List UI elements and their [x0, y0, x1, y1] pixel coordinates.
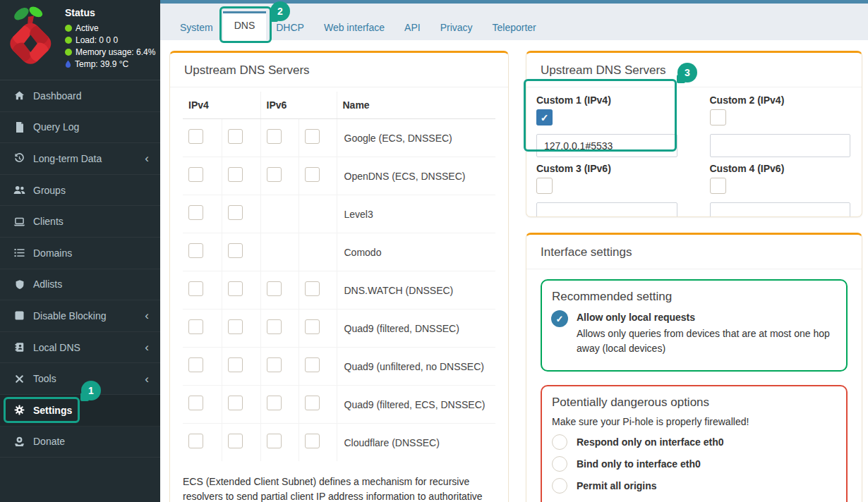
sidebar-item-adlists[interactable]: Adlists — [0, 269, 160, 301]
option-label: Respond only on interface eth0 — [577, 436, 723, 448]
tab-dns[interactable]: DNS — [223, 11, 267, 40]
ipv6-checkbox[interactable] — [267, 167, 282, 182]
ipv6-checkbox[interactable] — [267, 357, 282, 372]
status-temp: Temp: 39.9 °C — [65, 59, 157, 69]
ipv4-checkbox[interactable] — [188, 357, 203, 372]
ipv6-checkbox[interactable] — [267, 129, 282, 144]
settings-tabbar: System DNS DHCP Web interface API Privac… — [160, 4, 868, 40]
ipv6-checkbox[interactable] — [267, 434, 282, 448]
ipv4-checkbox[interactable] — [188, 396, 203, 410]
option-label: Allow only local requests — [577, 310, 836, 323]
annotation-step-1-badge: 1 — [81, 381, 101, 400]
ipv6-checkbox[interactable] — [305, 129, 320, 144]
ipv6-checkbox[interactable] — [305, 396, 320, 410]
ipv4-checkbox[interactable] — [228, 243, 243, 258]
ipv6-checkbox[interactable] — [305, 434, 320, 448]
option-allow-local-requests: ✓ Allow only local requests Allows only … — [552, 310, 836, 356]
main-content: System DNS DHCP Web interface API Privac… — [160, 0, 868, 502]
shield-icon — [13, 279, 25, 290]
ipv4-checkbox[interactable] — [228, 281, 243, 296]
sidebar-item-local-dns[interactable]: Local DNS ‹ — [0, 332, 160, 364]
tab-web-interface[interactable]: Web interface — [314, 15, 394, 40]
respond-eth0-radio[interactable] — [552, 434, 567, 450]
custom4-input[interactable] — [710, 202, 851, 217]
table-row: DNS.WATCH (DNSSEC) — [183, 271, 495, 310]
tab-api[interactable]: API — [394, 15, 430, 40]
custom2-checkbox[interactable]: ✓ — [710, 109, 726, 126]
ipv6-checkbox[interactable] — [305, 281, 320, 296]
check-icon: ✓ — [551, 310, 568, 327]
annotation-step-3-badge: 3 — [677, 63, 697, 82]
ipv6-checkbox[interactable] — [267, 396, 282, 410]
sidebar: Status Active Load: 0 0 0 Memory usage: … — [0, 0, 160, 502]
status-memory: Memory usage: 6.4% — [65, 47, 157, 57]
ipv4-checkbox[interactable] — [228, 396, 243, 410]
server-name: Cloudflare (DNSSEC) — [337, 424, 495, 462]
ipv6-checkbox[interactable] — [305, 167, 320, 182]
donate-icon — [13, 436, 25, 447]
ipv4-checkbox[interactable] — [228, 319, 243, 334]
ipv6-checkbox[interactable] — [305, 357, 320, 372]
server-name: Comodo — [337, 233, 495, 271]
column-header-ipv4: IPv4 — [183, 92, 260, 119]
tab-system[interactable]: System — [170, 15, 223, 40]
tab-privacy[interactable]: Privacy — [430, 15, 483, 40]
status-dot-icon — [65, 25, 72, 32]
ipv4-checkbox[interactable] — [188, 167, 203, 182]
permit-all-origins-radio[interactable] — [552, 478, 567, 494]
ipv6-checkbox[interactable] — [267, 319, 282, 334]
chevron-left-icon: ‹ — [145, 341, 149, 353]
custom2-input[interactable] — [710, 134, 851, 157]
sidebar-item-query-log[interactable]: Query Log — [0, 112, 160, 144]
custom1-checkbox[interactable]: ✓ — [536, 109, 553, 126]
status-dot-icon — [65, 49, 72, 56]
ipv4-checkbox[interactable] — [228, 129, 243, 144]
sidebar-item-dashboard[interactable]: Dashboard — [0, 80, 160, 112]
table-row: Quad9 (unfiltered, no DNSSEC) — [183, 348, 495, 386]
custom3-input[interactable] — [536, 202, 677, 217]
allow-local-requests-radio[interactable]: ✓ — [552, 311, 567, 326]
ipv4-checkbox[interactable] — [188, 281, 203, 296]
option-label: Bind only to interface eth0 — [577, 458, 701, 470]
bind-eth0-radio[interactable] — [552, 456, 567, 472]
dangerous-options-box: Potentially dangerous options Make sure … — [541, 385, 848, 502]
ipv4-checkbox[interactable] — [188, 129, 203, 144]
sidebar-item-clients[interactable]: Clients — [0, 206, 160, 238]
server-name: Google (ECS, DNSSEC) — [337, 119, 495, 157]
users-icon — [13, 185, 25, 195]
ipv4-checkbox[interactable] — [228, 434, 243, 448]
ipv4-checkbox[interactable] — [188, 243, 203, 258]
custom4-checkbox[interactable]: ✓ — [710, 178, 726, 194]
table-row: Quad9 (filtered, ECS, DNSSEC) — [183, 386, 495, 424]
custom-fields: Custom 1 (IPv4) ✓ Custom 2 (IPv4) ✓ Cust… — [526, 87, 862, 217]
sidebar-item-groups[interactable]: Groups — [0, 175, 160, 207]
interface-settings-panel: Interface settings Recommended setting ✓… — [526, 233, 862, 502]
tab-teleporter[interactable]: Teleporter — [483, 15, 546, 40]
upstream-dns-table: IPv4 IPv6 Name Google (ECS, DNSSEC) — [183, 92, 495, 461]
ipv4-checkbox[interactable] — [188, 205, 203, 220]
sidebar-item-donate[interactable]: Donate — [0, 427, 160, 458]
laptop-icon — [13, 217, 25, 226]
ipv6-checkbox[interactable] — [267, 281, 282, 296]
sidebar-item-tools[interactable]: Tools ‹ — [0, 363, 160, 395]
sidebar-item-long-term-data[interactable]: Long-term Data ‹ — [0, 143, 160, 175]
history-icon — [13, 153, 25, 164]
option-description: Allows only queries from devices that ar… — [577, 326, 836, 356]
custom1-label: Custom 1 (IPv4) — [536, 94, 677, 106]
custom2-field: Custom 2 (IPv4) ✓ — [710, 94, 851, 157]
tools-icon — [13, 374, 25, 384]
custom1-input[interactable] — [536, 134, 677, 157]
dangerous-options-heading: Potentially dangerous options — [552, 396, 836, 410]
address-book-icon — [13, 342, 25, 353]
ipv4-checkbox[interactable] — [188, 434, 203, 448]
ipv4-checkbox[interactable] — [228, 205, 243, 220]
custom3-checkbox[interactable]: ✓ — [536, 178, 553, 194]
option-bind-eth0: Bind only to interface eth0 — [552, 455, 836, 472]
ipv4-checkbox[interactable] — [228, 357, 243, 372]
ipv4-checkbox[interactable] — [188, 319, 203, 334]
sidebar-item-domains[interactable]: Domains — [0, 238, 160, 269]
sidebar-item-disable-blocking[interactable]: Disable Blocking ‹ — [0, 300, 160, 332]
ipv4-checkbox[interactable] — [228, 167, 243, 182]
column-header-name: Name — [337, 92, 495, 119]
ipv6-checkbox[interactable] — [305, 319, 320, 334]
